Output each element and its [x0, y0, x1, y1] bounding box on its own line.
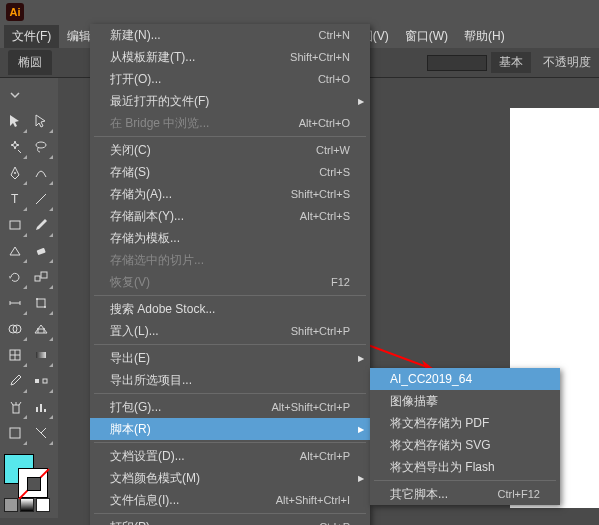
titlebar: Ai [0, 0, 599, 24]
menu-help[interactable]: 帮助(H) [456, 25, 513, 48]
tool-panel: T [0, 78, 58, 518]
menu-item: 存储选中的切片... [90, 249, 370, 271]
svg-point-9 [36, 298, 38, 300]
svg-text:T: T [11, 192, 19, 206]
menu-file[interactable]: 文件(F) [4, 25, 59, 48]
menu-item[interactable]: 存储副本(Y)...Alt+Ctrl+S [90, 205, 370, 227]
curvature-tool[interactable] [28, 160, 54, 186]
opacity-label: 不透明度 [543, 54, 591, 71]
svg-line-3 [36, 194, 46, 204]
menu-item[interactable]: 脚本(R)▶ [90, 418, 370, 440]
pen-tool[interactable] [2, 160, 28, 186]
line-tool[interactable] [28, 186, 54, 212]
menu-item[interactable]: 打印(P)...Ctrl+P [90, 516, 370, 525]
scale-tool[interactable] [28, 264, 54, 290]
svg-point-1 [14, 172, 16, 174]
artboard-tool[interactable] [2, 420, 28, 446]
rotate-tool[interactable] [2, 264, 28, 290]
script-submenu: AI_CC2019_64图像描摹将文档存储为 PDF将文档存储为 SVG将文档导… [370, 368, 560, 505]
direct-selection-tool[interactable] [28, 108, 54, 134]
menu-item[interactable]: 搜索 Adobe Stock... [90, 298, 370, 320]
none-mode[interactable] [36, 498, 50, 512]
svg-rect-5 [37, 248, 46, 255]
type-tool[interactable]: T [2, 186, 28, 212]
menu-item[interactable]: 导出所选项目... [90, 369, 370, 391]
slice-tool[interactable] [28, 420, 54, 446]
menu-item[interactable]: 文件信息(I)...Alt+Shift+Ctrl+I [90, 489, 370, 511]
blend-tool[interactable] [28, 368, 54, 394]
svg-rect-16 [36, 352, 46, 358]
svg-rect-7 [41, 272, 47, 278]
stroke-preview[interactable] [427, 55, 487, 71]
svg-point-0 [36, 142, 46, 148]
perspective-tool[interactable] [28, 316, 54, 342]
menu-item[interactable]: 打包(G)...Alt+Shift+Ctrl+P [90, 396, 370, 418]
graph-tool[interactable] [28, 394, 54, 420]
menu-item: 恢复(V)F12 [90, 271, 370, 293]
svg-rect-19 [13, 405, 19, 413]
submenu-item[interactable]: 将文档导出为 Flash [370, 456, 560, 478]
eraser-tool[interactable] [28, 238, 54, 264]
paintbrush-tool[interactable] [28, 212, 54, 238]
svg-rect-21 [40, 404, 42, 412]
doc-tab[interactable]: 椭圆 [8, 50, 52, 75]
stroke-swatch[interactable] [18, 468, 48, 498]
svg-rect-20 [36, 407, 38, 412]
color-swatch-area [2, 452, 56, 514]
menu-item[interactable]: 置入(L)...Shift+Ctrl+P [90, 320, 370, 342]
submenu-item[interactable]: 图像描摹 [370, 390, 560, 412]
menu-item[interactable]: 导出(E)▶ [90, 347, 370, 369]
menu-item[interactable]: 打开(O)...Ctrl+O [90, 68, 370, 90]
chevron-icon[interactable] [2, 82, 28, 108]
magic-wand-tool[interactable] [2, 134, 28, 160]
menu-item[interactable]: 文档颜色模式(M)▶ [90, 467, 370, 489]
app-logo: Ai [6, 3, 24, 21]
svg-point-10 [44, 306, 46, 308]
submenu-item[interactable]: 将文档存储为 SVG [370, 434, 560, 456]
svg-rect-23 [10, 428, 20, 438]
width-tool[interactable] [2, 290, 28, 316]
menu-item[interactable]: 最近打开的文件(F)▶ [90, 90, 370, 112]
submenu-item[interactable]: 将文档存储为 PDF [370, 412, 560, 434]
menu-item[interactable]: 存储为(A)...Shift+Ctrl+S [90, 183, 370, 205]
svg-rect-4 [10, 221, 20, 229]
lasso-tool[interactable] [28, 134, 54, 160]
svg-rect-6 [35, 276, 40, 281]
file-menu-dropdown: 新建(N)...Ctrl+N从模板新建(T)...Shift+Ctrl+N打开(… [90, 24, 370, 525]
gradient-tool[interactable] [28, 342, 54, 368]
color-mode[interactable] [4, 498, 18, 512]
svg-rect-17 [35, 379, 39, 383]
selection-tool[interactable] [2, 108, 28, 134]
svg-rect-22 [44, 409, 46, 412]
menu-item[interactable]: 存储(S)Ctrl+S [90, 161, 370, 183]
menu-item[interactable]: 存储为模板... [90, 227, 370, 249]
menu-window[interactable]: 窗口(W) [397, 25, 456, 48]
basic-dropdown[interactable]: 基本 [491, 52, 531, 73]
menu-item[interactable]: 新建(N)...Ctrl+N [90, 24, 370, 46]
menu-item[interactable]: 从模板新建(T)...Shift+Ctrl+N [90, 46, 370, 68]
gradient-mode[interactable] [20, 498, 34, 512]
svg-rect-18 [43, 379, 47, 383]
svg-rect-8 [37, 299, 45, 307]
submenu-item[interactable]: 其它脚本...Ctrl+F12 [370, 483, 560, 505]
submenu-item[interactable]: AI_CC2019_64 [370, 368, 560, 390]
symbol-sprayer-tool[interactable] [2, 394, 28, 420]
shape-builder-tool[interactable] [2, 316, 28, 342]
eyedropper-tool[interactable] [2, 368, 28, 394]
menu-item[interactable]: 关闭(C)Ctrl+W [90, 139, 370, 161]
free-transform-tool[interactable] [28, 290, 54, 316]
shaper-tool[interactable] [2, 238, 28, 264]
rectangle-tool[interactable] [2, 212, 28, 238]
mesh-tool[interactable] [2, 342, 28, 368]
menu-item: 在 Bridge 中浏览...Alt+Ctrl+O [90, 112, 370, 134]
menu-item[interactable]: 文档设置(D)...Alt+Ctrl+P [90, 445, 370, 467]
